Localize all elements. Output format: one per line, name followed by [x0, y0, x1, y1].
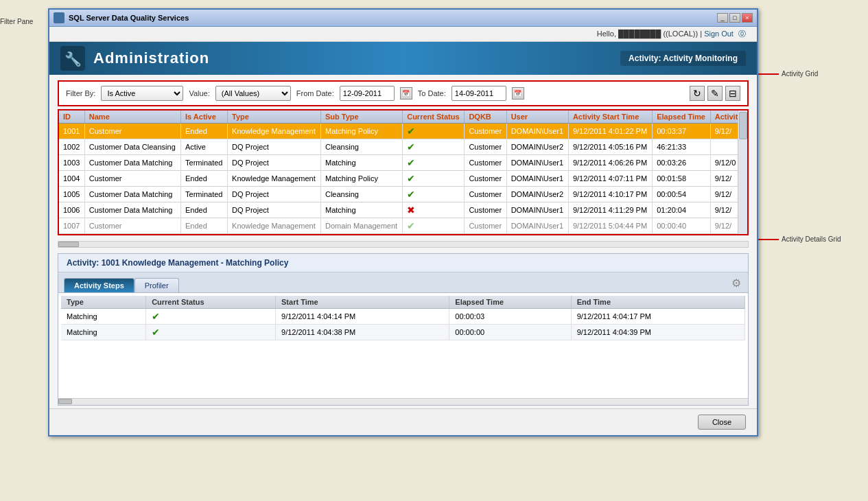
main-window: SQL Server Data Quality Services _ □ × H… [48, 8, 758, 436]
cell-subtype: Matching Policy [320, 124, 402, 139]
detail-cell-type: Matching [61, 325, 146, 340]
cell-isactive: Ended [181, 171, 228, 187]
table-row[interactable]: 1001 Customer Ended Knowledge Management… [59, 124, 747, 139]
table-row[interactable]: 1007 Customer Ended Knowledge Management… [59, 218, 747, 234]
cell-status: ✔ [403, 171, 465, 187]
detail-grid-header: Type Current Status Start Time Elapsed T… [61, 296, 745, 309]
minimize-button[interactable]: _ [717, 13, 728, 23]
header-bar: 🔧 Administration Activity: Activity Moni… [49, 42, 757, 75]
col-elapsed: Elapsed Time [653, 110, 710, 124]
table-row[interactable]: 1004 Customer Ended Knowledge Management… [59, 171, 747, 187]
cell-status: ✖ [403, 202, 465, 218]
table-row[interactable]: 1005 Customer Data Matching Terminated D… [59, 187, 747, 202]
cell-id: 1006 [59, 202, 84, 218]
header-title: Administration [93, 49, 209, 67]
col-starttime: Activity Start Time [568, 110, 652, 124]
cell-type: Knowledge Management [228, 171, 321, 187]
col-name: Name [84, 110, 180, 124]
status-check-icon: ✔ [407, 220, 415, 231]
cell-type: DQ Project [228, 155, 321, 171]
value-label: Value: [189, 89, 209, 97]
activity-details-right-label: Activity Details Grid [758, 235, 868, 243]
cell-type: DQ Project [228, 202, 321, 218]
cell-type: Knowledge Management [228, 124, 321, 139]
detail-cell-elapsed: 00:00:00 [449, 325, 571, 340]
signout-link[interactable]: Sign Out [704, 30, 734, 38]
cell-starttime: 9/12/2011 4:05:16 PM [568, 139, 652, 155]
cell-id: 1003 [59, 155, 84, 171]
status-check-icon: ✔ [152, 311, 160, 322]
cell-status: ✔ [403, 218, 465, 234]
from-date-calendar-button[interactable]: 📅 [400, 87, 412, 100]
cell-isactive: Ended [181, 202, 228, 218]
detail-grid-body: Matching ✔ 9/12/2011 4:04:14 PM 00:00:03… [61, 309, 745, 340]
status-check-icon: ✔ [407, 126, 415, 137]
filter-by-label: Filter By: [66, 89, 95, 97]
activity-grid-body: 1001 Customer Ended Knowledge Management… [59, 124, 747, 234]
tab-profiler[interactable]: Profiler [134, 278, 179, 292]
cell-isactive: Ended [181, 124, 228, 139]
window-title: SQL Server Data Quality Services [54, 12, 189, 23]
cell-starttime: 9/12/2011 4:01:22 PM [568, 124, 652, 139]
detail-col-status: Current Status [146, 296, 276, 309]
cell-id: 1002 [59, 139, 84, 155]
col-type: Type [228, 110, 321, 124]
detail-col-type: Type [61, 296, 146, 309]
window-controls[interactable]: _ □ × [717, 13, 753, 23]
detail-cell-type: Matching [61, 309, 146, 325]
detail-cell-elapsed: 00:00:03 [449, 309, 571, 325]
cell-starttime: 9/12/2011 4:11:29 PM [568, 202, 652, 218]
cell-elapsed: 00:00:40 [653, 218, 710, 234]
table-row[interactable]: 1003 Customer Data Matching Terminated D… [59, 155, 747, 171]
list-item[interactable]: Matching ✔ 9/12/2011 4:04:38 PM 00:00:00… [61, 325, 745, 340]
cell-user: DOMAIN\User1 [506, 124, 568, 139]
status-check-icon: ✔ [407, 141, 415, 152]
user-info-bar: Hello, ████████ ((LOCAL)) | Sign Out ⓪ [49, 27, 757, 42]
table-row[interactable]: 1002 Customer Data Cleansing Active DQ P… [59, 139, 747, 155]
filter-actions: ↻ ✎ ⊟ [690, 86, 740, 101]
wrench-icon: 🔧 [60, 46, 85, 71]
from-date-input[interactable] [340, 86, 395, 101]
cell-status: ✔ [403, 124, 465, 139]
help-icon[interactable]: ⓪ [738, 30, 746, 38]
status-check-icon: ✔ [407, 189, 415, 200]
detail-tabs: Activity Steps Profiler ⚙ [58, 272, 748, 293]
cell-starttime: 9/12/2011 4:06:26 PM [568, 155, 652, 171]
cell-name: Customer [84, 171, 180, 187]
cell-dqkb: Customer [465, 202, 506, 218]
close-button[interactable]: Close [698, 415, 746, 430]
tab-activity-steps[interactable]: Activity Steps [64, 278, 134, 292]
filter-pane-label: Filter Pane [0, 18, 48, 25]
header-logo: 🔧 Administration [60, 46, 209, 71]
cell-type: DQ Project [228, 187, 321, 202]
refresh-button[interactable]: ↻ [690, 86, 705, 101]
activity-grid-right-label: Activity Grid [758, 70, 868, 78]
activity-detail-panel: Activity: 1001 Knowledge Management - Ma… [58, 253, 749, 406]
maximize-button[interactable]: □ [729, 13, 740, 23]
cell-id: 1007 [59, 218, 84, 234]
detail-cell-status: ✔ [146, 309, 276, 325]
username-text: ████████ [618, 30, 663, 38]
activity-grid-container: ID Name Is Active Type Sub Type Current … [58, 109, 749, 235]
value-select[interactable]: (All Values) Yes No [215, 86, 291, 101]
to-date-calendar-button[interactable]: 📅 [512, 87, 524, 100]
activity-detail-title: Activity: 1001 Knowledge Management - Ma… [58, 254, 748, 272]
to-date-input[interactable] [451, 86, 506, 101]
cell-dqkb: Customer [465, 155, 506, 171]
table-row[interactable]: 1006 Customer Data Matching Ended DQ Pro… [59, 202, 747, 218]
detail-col-starttime: Start Time [276, 296, 449, 309]
filter-pane: Filter By: Is Active All Ended Active Te… [58, 80, 749, 106]
col-user: User [506, 110, 568, 124]
cell-elapsed: 00:03:26 [653, 155, 710, 171]
filter-by-select[interactable]: Is Active All Ended Active Terminated [101, 86, 183, 101]
edit-button[interactable]: ✎ [707, 86, 723, 101]
cell-user: DOMAIN\User1 [506, 218, 568, 234]
stop-button[interactable]: ⊟ [725, 86, 740, 101]
list-item[interactable]: Matching ✔ 9/12/2011 4:04:14 PM 00:00:03… [61, 309, 745, 325]
col-subtype: Sub Type [320, 110, 402, 124]
detail-refresh-icon[interactable]: ⚙ [730, 275, 742, 291]
status-check-icon: ✔ [152, 327, 160, 338]
cell-elapsed: 00:03:37 [653, 124, 710, 139]
cell-name: Customer Data Matching [84, 155, 180, 171]
window-close-button[interactable]: × [742, 13, 753, 23]
